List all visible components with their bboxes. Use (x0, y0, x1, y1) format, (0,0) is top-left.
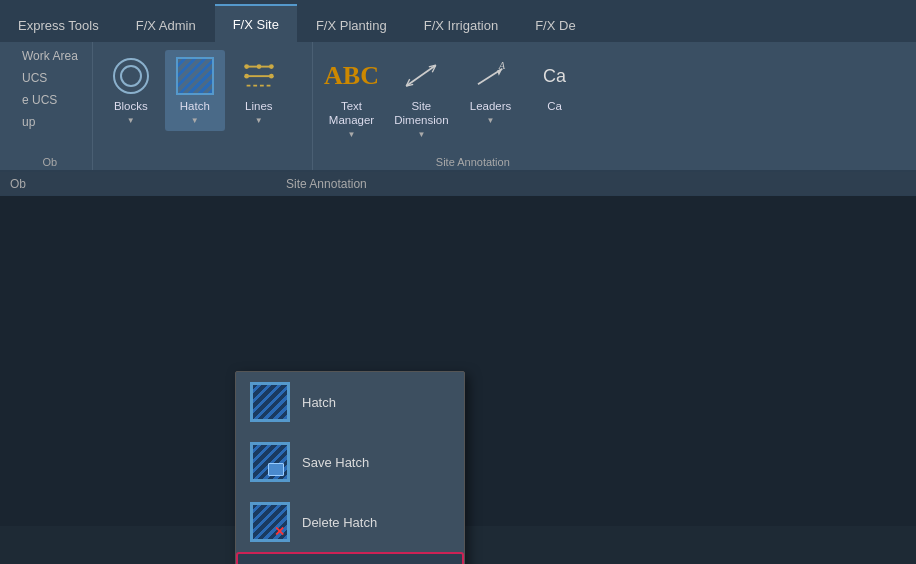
dropdown-item-save-hatch-label: Save Hatch (302, 455, 369, 470)
tab-fx-de[interactable]: F/X De (517, 8, 593, 42)
up-button[interactable]: up (16, 112, 41, 132)
tab-fx-admin[interactable]: F/X Admin (118, 8, 214, 42)
ca-button[interactable]: Ca Ca (525, 50, 585, 120)
tab-express-tools[interactable]: Express Tools (0, 8, 117, 42)
blocks-label: Blocks (114, 100, 148, 114)
svg-point-2 (256, 64, 261, 69)
dropdown-item-save-hatch[interactable]: Save Hatch (236, 432, 464, 492)
save-hatch-dd-icon (248, 440, 292, 484)
svg-point-5 (244, 74, 249, 79)
dark-content-area: Hatch Save Hatch Delete Hatch (0, 196, 916, 526)
blocks-dropdown-arrow: ▼ (127, 116, 135, 125)
hatch-dropdown-arrow: ▼ (191, 116, 199, 125)
text-manager-button[interactable]: ABC TextManager ▼ (321, 50, 382, 145)
leaders-icon: A (471, 56, 511, 96)
svg-point-6 (269, 74, 274, 79)
site-dimension-icon (401, 56, 441, 96)
text-manager-dropdown-arrow: ▼ (348, 130, 356, 139)
delete-hatch-dd-icon (248, 500, 292, 544)
sub-labels-row: Ob Site Annotation (0, 172, 916, 196)
hatch-button[interactable]: Hatch ▼ (165, 50, 225, 131)
hatch-icon (175, 56, 215, 96)
sublabel-ob: Ob (10, 177, 26, 191)
site-dimension-label: SiteDimension (394, 100, 448, 128)
dropdown-item-print-hatches[interactable]: Print Hatches (236, 552, 464, 564)
tab-fx-planting[interactable]: F/X Planting (298, 8, 405, 42)
ribbon-section-hatch: Blocks ▼ Hatch ▼ (93, 42, 313, 170)
ribbon-items-workarea: Work Area UCS e UCS up (12, 42, 88, 152)
svg-line-8 (407, 66, 437, 87)
text-manager-icon: ABC (332, 56, 372, 96)
tab-fx-site[interactable]: F/X Site (215, 4, 297, 42)
dropdown-item-delete-hatch-label: Delete Hatch (302, 515, 377, 530)
work-area-button[interactable]: Work Area (16, 46, 84, 66)
dropdown-item-hatch[interactable]: Hatch (236, 372, 464, 432)
hatch-dropdown-menu: Hatch Save Hatch Delete Hatch (235, 371, 465, 564)
hatch-dd-icon (248, 380, 292, 424)
ribbon-section-site-annotation: ABC TextManager ▼ SiteDimension (313, 42, 633, 170)
ucs-button[interactable]: UCS (16, 68, 53, 88)
svg-text:A: A (497, 60, 505, 71)
lines-dropdown-arrow: ▼ (255, 116, 263, 125)
lines-button[interactable]: Lines ▼ (229, 50, 289, 131)
text-manager-label: TextManager (329, 100, 374, 128)
site-dimension-dropdown-arrow: ▼ (417, 130, 425, 139)
site-dimension-button[interactable]: SiteDimension ▼ (386, 50, 456, 145)
section-label-site-annotation: Site Annotation (317, 152, 629, 170)
blocks-icon (111, 56, 151, 96)
ca-icon: Ca (535, 56, 575, 96)
ca-label: Ca (547, 100, 562, 114)
lines-label: Lines (245, 100, 273, 114)
up-label: up (22, 115, 35, 129)
section-label-ob: Ob (12, 152, 88, 170)
ribbon: Work Area UCS e UCS up Ob Blocks ▼ (0, 42, 916, 172)
ribbon-items-annotation: ABC TextManager ▼ SiteDimension (317, 42, 629, 152)
ucs-label: UCS (22, 71, 47, 85)
svg-point-3 (269, 64, 274, 69)
leaders-label: Leaders (470, 100, 512, 114)
dropdown-item-delete-hatch[interactable]: Delete Hatch (236, 492, 464, 552)
ribbon-items-hatch: Blocks ▼ Hatch ▼ (97, 42, 308, 164)
section-label-blocks-hatch-lines (97, 164, 308, 170)
hatch-label: Hatch (180, 100, 210, 114)
e-ucs-label: e UCS (22, 93, 57, 107)
tab-bar: Express Tools F/X Admin F/X Site F/X Pla… (0, 0, 916, 42)
work-area-label: Work Area (22, 49, 78, 63)
svg-point-1 (244, 64, 249, 69)
dropdown-item-hatch-label: Hatch (302, 395, 336, 410)
lines-icon (239, 56, 279, 96)
leaders-button[interactable]: A Leaders ▼ (461, 50, 521, 131)
sublabel-annotation: Site Annotation (286, 177, 367, 191)
tab-fx-irrigation[interactable]: F/X Irrigation (406, 8, 516, 42)
leaders-dropdown-arrow: ▼ (487, 116, 495, 125)
ribbon-section-workarea: Work Area UCS e UCS up Ob (8, 42, 93, 170)
blocks-button[interactable]: Blocks ▼ (101, 50, 161, 131)
e-ucs-button[interactable]: e UCS (16, 90, 63, 110)
